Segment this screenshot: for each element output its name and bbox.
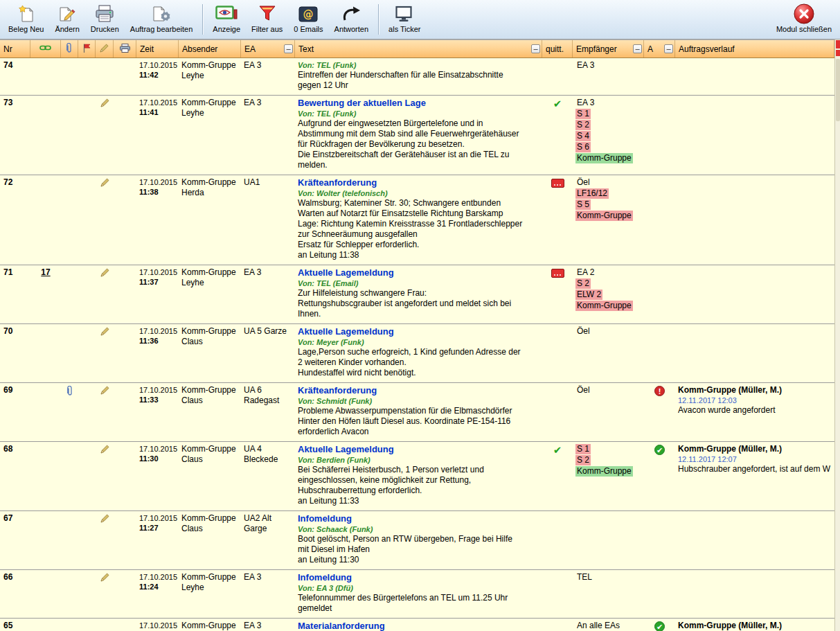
timestamp: 17.10.201511:37 — [136, 265, 179, 323]
new-entry-button[interactable]: Beleg Neu — [3, 1, 49, 37]
flag-cell — [78, 58, 96, 95]
printed-cell — [114, 324, 136, 382]
printed-cell — [114, 58, 136, 95]
column-header-attachment[interactable] — [61, 40, 78, 57]
scroll-marker — [836, 40, 840, 48]
edited-pencil-icon — [96, 96, 114, 175]
linked-entry-number[interactable]: 17 — [30, 265, 61, 323]
log-row[interactable]: 7417.10.201511:42Komm-Gruppe LeyheEA 3Vo… — [0, 58, 834, 96]
column-label: Nr — [3, 44, 12, 54]
acknowledged-check-icon: ✔ — [553, 444, 562, 456]
task-log-author: Komm-Gruppe (Müller, M.) — [678, 444, 832, 454]
task-log: Komm-Gruppe (Müller, M.) — [675, 619, 834, 631]
column-header-linked[interactable] — [30, 40, 61, 57]
message: Aktuelle LagemeldungVon: Berdien (Funk)B… — [295, 442, 542, 510]
filter-button[interactable]: Filter aus — [246, 1, 288, 37]
task-log — [675, 511, 834, 569]
toolbar-button-label: Anzeige — [213, 25, 240, 33]
task-status: ✔ — [644, 619, 675, 631]
message-source: Von: TEL (Funk) — [298, 60, 539, 70]
filter-button-empfaenger[interactable]: – — [633, 44, 642, 53]
edit-task-button[interactable]: Auftrag bearbeiten — [125, 1, 199, 37]
pending-ack-icon[interactable] — [551, 179, 564, 188]
column-header-absender[interactable]: Absender — [179, 40, 241, 57]
emails-button[interactable]: @0 Emails — [288, 1, 328, 37]
sender: Komm-Gruppe Claus — [179, 324, 241, 382]
entry-date: 17.10.2015 — [139, 177, 176, 187]
log-row[interactable]: 6717.10.201511:27Komm-Gruppe ClausUA2 Al… — [0, 511, 834, 570]
scrollbar-thumb[interactable] — [836, 59, 840, 121]
attachment-cell — [61, 175, 78, 265]
message-title: Infomeldung — [298, 513, 539, 524]
entry-date: 17.10.2015 — [139, 326, 176, 336]
column-header-empfaenger[interactable]: Empfänger– — [573, 40, 644, 57]
column-header-edited[interactable] — [96, 40, 114, 57]
log-row[interactable]: 7017.10.201511:36Komm-Gruppe ClausUA 5 G… — [0, 324, 834, 383]
message-body: Boot gelöscht, Person an RTW übergeben, … — [298, 534, 539, 565]
message-body: Telefonnummer des Bürgertelefons an TEL … — [298, 593, 539, 614]
log-row[interactable]: 6917.10.201511:33Komm-Gruppe ClausUA 6 R… — [0, 383, 834, 442]
recipients: An alle EAs — [573, 619, 644, 631]
column-header-text[interactable]: Text– — [295, 40, 542, 57]
vertical-scrollbar[interactable] — [834, 39, 840, 631]
log-row[interactable]: 7217.10.201511:38Komm-Gruppe HerdaUA1Krä… — [0, 175, 834, 265]
acknowledged-check-icon: ✔ — [553, 98, 562, 109]
chain-icon — [39, 44, 51, 54]
column-header-a[interactable]: A– — [644, 40, 675, 57]
entry-number: 66 — [0, 570, 30, 618]
log-row[interactable]: 7317.10.201511:41Komm-Gruppe LeyheEA 3Be… — [0, 96, 834, 175]
task-log — [675, 175, 834, 265]
close-module-button[interactable]: Modul schließen — [771, 1, 837, 37]
printed-cell — [114, 265, 136, 323]
sender: Komm-Gruppe Leyhe — [179, 265, 241, 323]
column-header-ea[interactable]: EA– — [241, 40, 295, 57]
recipient-item: Komm-Gruppe — [575, 466, 633, 477]
message-title: Aktuelle Lagemeldung — [298, 326, 539, 337]
printed-cell — [114, 175, 136, 265]
log-row[interactable]: 6617.10.201511:24Komm-Gruppe LeyheEA 3In… — [0, 570, 834, 619]
edit-entry-button[interactable]: Ändern — [49, 1, 84, 37]
filter-button-ea[interactable]: – — [284, 44, 293, 53]
column-header-nr[interactable]: Nr — [0, 40, 30, 57]
recipient-item: ELW 2 — [575, 290, 602, 300]
ticker-monitor-icon — [395, 3, 414, 24]
recipient-item: TEL — [575, 572, 593, 583]
recipient-item: Öel — [575, 385, 591, 396]
task-log — [675, 324, 834, 382]
entry-date: 17.10.2015 — [139, 267, 176, 277]
linked-entry-number — [30, 511, 61, 569]
message-title: Aktuelle Lagemeldung — [298, 267, 539, 278]
recipient-item: S 4 — [575, 131, 591, 141]
flag-cell — [78, 511, 96, 569]
print-button[interactable]: Drucken — [85, 1, 125, 37]
filter-button-text[interactable]: – — [531, 44, 540, 53]
column-label: EA — [244, 44, 256, 54]
log-row[interactable]: 6817.10.201511:30Komm-Gruppe ClausUA 4 B… — [0, 442, 834, 511]
log-row[interactable]: 711717.10.201511:37Komm-Gruppe LeyheEA 3… — [0, 265, 834, 324]
paperclip-icon — [66, 43, 73, 55]
log-row[interactable]: 6517.10.2015Komm-GruppeEA 3Materialanfor… — [0, 619, 834, 631]
attachment-cell — [61, 265, 78, 323]
message-title: Kräfteanforderung — [298, 177, 539, 188]
entry-number: 73 — [0, 96, 30, 175]
column-header-auftragsverlauf[interactable]: Auftragsverlauf — [675, 40, 834, 57]
timestamp: 17.10.201511:27 — [136, 511, 179, 569]
timestamp: 17.10.201511:24 — [136, 570, 179, 618]
message-body: Eintreffen der Hunderschaften für alle E… — [298, 70, 539, 91]
column-header-quitt[interactable]: quitt. — [542, 40, 573, 57]
column-header-zeit[interactable]: Zeit — [136, 40, 179, 57]
display-button[interactable]: Anzeige — [207, 1, 246, 37]
message-body: Zur Hilfeleistung schwangere Frau: Rettu… — [298, 288, 539, 319]
filter-button-a[interactable]: – — [664, 44, 673, 53]
timestamp: 17.10.2015 — [136, 619, 179, 631]
ticker-button[interactable]: als Ticker — [383, 1, 426, 37]
column-header-printed[interactable] — [114, 40, 136, 57]
column-header-flag[interactable] — [78, 40, 96, 57]
pending-ack-icon[interactable] — [551, 269, 564, 278]
reply-button[interactable]: Antworten — [329, 1, 375, 37]
entry-number: 71 — [0, 265, 30, 323]
attachment-cell — [61, 324, 78, 382]
attachment-cell — [61, 442, 78, 510]
message: InfomeldungVon: Schaack (Funk)Boot gelös… — [295, 511, 542, 569]
message-source: Von: Meyer (Funk) — [298, 337, 539, 347]
